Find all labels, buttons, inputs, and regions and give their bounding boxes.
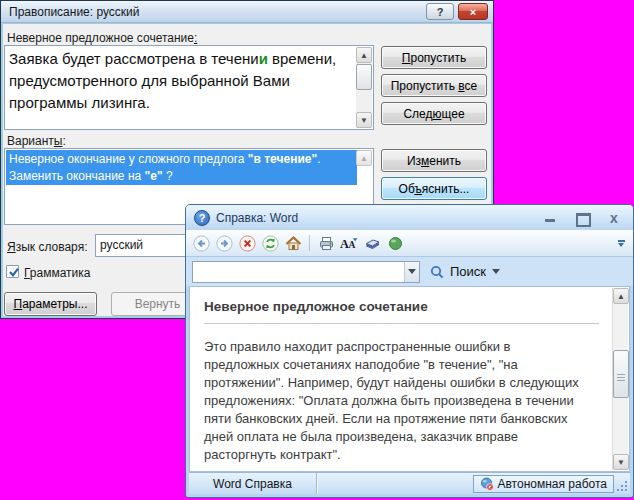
home-icon[interactable] — [284, 234, 302, 252]
search-input[interactable] — [193, 262, 419, 282]
content-scroll-thumb[interactable] — [613, 350, 629, 398]
content-scroll-up-button[interactable]: ▲ — [613, 288, 629, 304]
help-titlebar[interactable]: ? Справка: Word x — [186, 205, 633, 230]
skip-all-pre: Пропустить — [391, 79, 459, 93]
options-button[interactable]: Параметры... — [4, 292, 97, 316]
error-type-label-accel: : — [194, 31, 197, 45]
change-pre: Из — [407, 154, 421, 168]
refresh-icon[interactable] — [261, 234, 279, 252]
offline-globe-icon — [480, 477, 494, 491]
language-label-rest: зык словаря: — [16, 240, 88, 254]
error-type-label: Неверное предложное сочетание: — [7, 31, 197, 45]
toolbar-options-icon[interactable] — [615, 240, 627, 247]
scroll-up-button[interactable]: ▲ — [356, 47, 372, 63]
error-type-label-text: Неверное предложное сочетание — [7, 31, 194, 45]
forward-icon[interactable] — [215, 234, 233, 252]
print-icon[interactable] — [317, 234, 335, 252]
search-options-dropdown-icon[interactable] — [492, 269, 500, 274]
sentence-error-letter: и — [259, 50, 268, 67]
minimize-button[interactable] — [543, 212, 557, 224]
skip-all-rest: се — [465, 79, 478, 93]
variant-line2: Заменить окончание на "е" ? — [9, 168, 357, 185]
maximize-button[interactable] — [575, 212, 589, 224]
help-search-row: Поиск — [186, 257, 633, 286]
help-window-title: Справка: Word — [216, 211, 543, 225]
search-button[interactable]: Поиск — [430, 264, 500, 279]
change-rest: енить — [429, 154, 461, 168]
help-toolbar: AA — [186, 230, 633, 257]
skip-rest: ропустить — [410, 51, 466, 65]
help-content: Неверное предложное сочетание Это правил… — [189, 286, 630, 472]
scroll-thumb[interactable] — [356, 64, 372, 90]
variant-line1-bold: "в течение" — [248, 152, 317, 166]
explain-rest: яснить... — [422, 182, 470, 196]
variants-label-pre: Вариант — [7, 134, 54, 148]
book-icon[interactable] — [363, 234, 381, 252]
stop-icon[interactable] — [238, 234, 256, 252]
next-accel: ю — [433, 107, 442, 121]
next-pre: След — [403, 107, 432, 121]
options-accel: П — [14, 297, 23, 311]
sentence-scrollbar[interactable]: ▲ ▼ — [356, 47, 372, 128]
font-size-icon[interactable]: AA — [340, 234, 358, 252]
dialog-help-button[interactable]: ? — [426, 3, 454, 20]
variant-line1-post: . — [317, 152, 320, 166]
variant-line2-post: ? — [163, 169, 173, 183]
dialog-close-button[interactable]: × — [458, 3, 488, 20]
explain-button[interactable]: Объяснить... — [381, 177, 487, 200]
explain-accel: ъ — [414, 182, 422, 196]
connection-status-label: Автономная работа — [498, 477, 608, 491]
close-button[interactable]: x — [607, 212, 621, 224]
language-label-accel: Я — [7, 240, 16, 254]
help-window: ? Справка: Word x AA — [185, 204, 634, 498]
variant-selected-item[interactable]: Неверное окончание у сложного предлога "… — [6, 150, 357, 185]
grammar-label-rest: рамматика — [30, 266, 91, 280]
article-paragraph: Это правило находит распространенные оши… — [204, 338, 589, 464]
change-button[interactable]: Изменить — [381, 149, 487, 172]
grammar-checkbox[interactable] — [6, 265, 19, 278]
resize-grip[interactable] — [616, 480, 628, 492]
help-article: Неверное предложное сочетание Это правил… — [190, 287, 613, 471]
search-history-dropdown[interactable] — [404, 262, 419, 282]
next-rest: щее — [442, 107, 465, 121]
sentence-pre: Заявка будет рассмотрена в течени — [9, 50, 259, 67]
magnifier-icon — [430, 265, 444, 279]
statusbar-source: Word Справка — [189, 473, 317, 494]
spelling-dialog-titlebar[interactable]: Правописание: русский ? × — [1, 1, 493, 23]
globe-icon[interactable] — [386, 234, 404, 252]
skip-all-button[interactable]: Пропустить все — [381, 74, 487, 97]
sentence-textbox[interactable]: Заявка будет рассмотрена в течении време… — [4, 45, 374, 130]
toolbar-separator — [309, 235, 310, 251]
dictionary-language-label: Язык словаря: — [7, 240, 87, 254]
help-statusbar: Word Справка Автономная работа — [189, 472, 630, 494]
variant-line2-bold: "е" — [145, 169, 163, 183]
spelling-dialog-title: Правописание: русский — [9, 5, 422, 19]
grammar-checkbox-label[interactable]: Грамматика — [24, 266, 90, 280]
variant-line2-pre: Заменить окончание на — [9, 169, 145, 183]
back-icon[interactable] — [192, 234, 210, 252]
check-icon — [7, 265, 21, 279]
heading-divider — [204, 323, 599, 324]
connection-status[interactable]: Автономная работа — [473, 475, 615, 493]
help-window-icon: ? — [194, 210, 210, 226]
options-rest: араметры... — [22, 297, 87, 311]
variant-line1: Неверное окончание у сложного предлога "… — [9, 151, 357, 168]
variants-label: Варианты: — [7, 134, 66, 148]
sentence-text: Заявка будет рассмотрена в течении време… — [9, 48, 353, 114]
next-button[interactable]: Следющее — [381, 102, 487, 125]
variant-line1-pre: Неверное окончание у сложного предлога — [9, 152, 248, 166]
variants-scroll-up-button[interactable]: ▲ — [356, 150, 372, 166]
variants-label-rest: : — [62, 134, 65, 148]
article-heading: Неверное предложное сочетание — [204, 299, 599, 314]
svg-text:A: A — [349, 239, 356, 249]
search-button-label: Поиск — [450, 264, 486, 279]
search-box[interactable] — [192, 261, 420, 283]
explain-pre: Об — [399, 182, 415, 196]
scroll-down-button[interactable]: ▼ — [356, 112, 372, 128]
content-scrollbar[interactable]: ▲ ▼ — [612, 288, 628, 470]
skip-button[interactable]: Пропустить — [381, 46, 487, 69]
content-scroll-down-button[interactable]: ▼ — [613, 454, 629, 470]
